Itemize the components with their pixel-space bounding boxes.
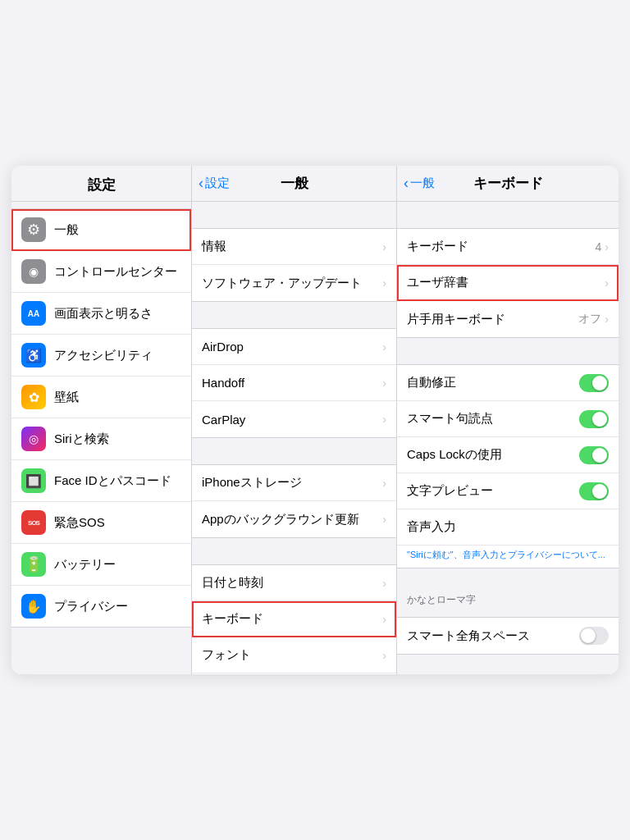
settings-panel-header: 設定 bbox=[11, 166, 191, 202]
spacer-k3 bbox=[397, 568, 619, 588]
keyboard-item-user-dict[interactable]: ユーザ辞書 › bbox=[397, 265, 619, 301]
chevron-icon: › bbox=[605, 240, 609, 253]
settings-item-label-privacy: プライバシー bbox=[54, 599, 181, 614]
sos-icon: SOS bbox=[21, 510, 46, 535]
chevron-icon: › bbox=[605, 276, 609, 290]
general-item-label-iphone-storage: iPhoneストレージ bbox=[202, 475, 382, 491]
caps-lock-toggle[interactable] bbox=[579, 446, 609, 464]
settings-item-label-battery: バッテリー bbox=[54, 557, 181, 573]
kana-roma-section-label: かなとローマ字 bbox=[397, 588, 619, 610]
general-item-fonts[interactable]: フォント › bbox=[192, 637, 396, 673]
settings-item-label-display: 画面表示と明るさ bbox=[54, 306, 181, 322]
general-item-handoff[interactable]: Handoff › bbox=[192, 365, 396, 401]
settings-item-wallpaper[interactable]: ✿ 壁紙 bbox=[11, 377, 191, 418]
keyboard-item-smart-punctuation[interactable]: スマート句読点 bbox=[397, 401, 619, 437]
spacer-k4 bbox=[397, 655, 619, 674]
spacer-k2 bbox=[397, 338, 619, 358]
general-panel: ‹ 設定 一般 情報 › ソフトウェア・アップデート › bbox=[192, 166, 397, 674]
spacer1 bbox=[192, 202, 396, 221]
smart-space-toggle[interactable] bbox=[579, 627, 609, 645]
battery-icon: 🔋 bbox=[21, 552, 46, 577]
chevron-icon: › bbox=[382, 477, 386, 490]
accessibility-icon: ♿ bbox=[21, 343, 46, 368]
general-item-keyboard[interactable]: キーボード › bbox=[192, 601, 396, 637]
back-label: 一般 bbox=[410, 176, 435, 191]
settings-item-privacy[interactable]: ✋ プライバシー bbox=[11, 586, 191, 627]
settings-item-general[interactable]: ⚙ 一般 bbox=[11, 209, 191, 251]
settings-item-faceid[interactable]: 🔲 Face IDとパスコード bbox=[11, 460, 191, 502]
general-title: 一般 bbox=[281, 174, 308, 193]
siri-icon: ◎ bbox=[21, 427, 46, 451]
keyboard-item-char-preview[interactable]: 文字プレビュー bbox=[397, 473, 619, 509]
general-item-software[interactable]: ソフトウェア・アップデート › bbox=[192, 265, 396, 301]
general-item-label-datetime: 日付と時刻 bbox=[202, 575, 382, 591]
keyboard-group-kana: スマート全角スペース bbox=[397, 617, 619, 655]
general-list: 情報 › ソフトウェア・アップデート › AirDrop › Handoff › bbox=[192, 202, 396, 674]
keyboard-item-caps-lock[interactable]: Caps Lockの使用 bbox=[397, 437, 619, 473]
general-item-carplay[interactable]: CarPlay › bbox=[192, 401, 396, 437]
keyboard-item-label-user-dict: ユーザ辞書 bbox=[407, 275, 605, 290]
keyboard-item-one-hand[interactable]: 片手用キーボード オフ › bbox=[397, 301, 619, 337]
auto-correct-toggle[interactable] bbox=[579, 374, 609, 392]
privacy-icon: ✋ bbox=[21, 594, 46, 619]
display-icon: AA bbox=[21, 301, 46, 326]
chevron-icon: › bbox=[382, 577, 386, 590]
general-item-label-keyboard: キーボード bbox=[202, 611, 382, 627]
keyboard-item-label-char-preview: 文字プレビュー bbox=[407, 483, 579, 499]
settings-item-battery[interactable]: 🔋 バッテリー bbox=[11, 544, 191, 586]
back-to-general-button[interactable]: ‹ 一般 bbox=[404, 175, 435, 192]
smart-punctuation-toggle[interactable] bbox=[579, 410, 609, 428]
back-label: 設定 bbox=[205, 176, 230, 191]
settings-item-sos[interactable]: SOS 緊急SOS bbox=[11, 502, 191, 544]
back-chevron-icon: ‹ bbox=[404, 175, 409, 192]
settings-item-label-accessibility: アクセシビリティ bbox=[54, 348, 181, 363]
keyboard-item-smart-space[interactable]: スマート全角スペース bbox=[397, 618, 619, 654]
general-item-airdrop[interactable]: AirDrop › bbox=[192, 329, 396, 365]
general-item-label-carplay: CarPlay bbox=[202, 413, 382, 427]
back-chevron-icon: ‹ bbox=[199, 175, 203, 192]
chevron-icon: › bbox=[382, 276, 386, 290]
keyboard-list: キーボード 4 › ユーザ辞書 › 片手用キーボード オフ › 自動修正 bbox=[397, 202, 619, 674]
general-item-label-software: ソフトウェア・アップデート bbox=[202, 276, 382, 291]
gear-icon: ⚙ bbox=[21, 217, 46, 242]
settings-item-control[interactable]: ◉ コントロールセンター bbox=[11, 251, 191, 293]
keyboard-item-label-keyboards: キーボード bbox=[407, 239, 596, 254]
wallpaper-icon: ✿ bbox=[21, 385, 46, 409]
general-item-language[interactable]: 言語と地域 › bbox=[192, 673, 396, 674]
keyboard-item-keyboards[interactable]: キーボード 4 › bbox=[397, 229, 619, 265]
settings-item-label-siri: Siriと検索 bbox=[54, 431, 181, 447]
spacer-k1 bbox=[397, 202, 619, 221]
keyboard-title: キーボード bbox=[473, 174, 543, 193]
char-preview-toggle[interactable] bbox=[579, 482, 609, 500]
keyboard-item-auto-correct[interactable]: 自動修正 bbox=[397, 365, 619, 401]
keyboard-item-label-smart-punctuation: スマート句読点 bbox=[407, 411, 579, 427]
general-item-info[interactable]: 情報 › bbox=[192, 229, 396, 265]
keyboard-item-label-caps-lock: Caps Lockの使用 bbox=[407, 447, 579, 463]
settings-item-siri[interactable]: ◎ Siriと検索 bbox=[11, 418, 191, 460]
general-item-app-refresh[interactable]: Appのバックグラウンド更新 › bbox=[192, 501, 396, 537]
general-item-label-info: 情報 bbox=[202, 239, 382, 254]
general-item-iphone-storage[interactable]: iPhoneストレージ › bbox=[192, 465, 396, 501]
spacer2 bbox=[192, 302, 396, 322]
settings-item-label-faceid: Face IDとパスコード bbox=[54, 473, 181, 489]
general-item-datetime[interactable]: 日付と時刻 › bbox=[192, 565, 396, 601]
chevron-icon: › bbox=[382, 613, 386, 626]
one-hand-value: オフ bbox=[578, 312, 601, 326]
keyboards-count-value: 4 bbox=[596, 240, 602, 253]
chevron-icon: › bbox=[382, 340, 386, 354]
general-group-1: 情報 › ソフトウェア・アップデート › bbox=[192, 228, 396, 302]
chevron-icon: › bbox=[382, 513, 386, 526]
general-group-3: iPhoneストレージ › Appのバックグラウンド更新 › bbox=[192, 464, 396, 538]
settings-item-display[interactable]: AA 画面表示と明るさ bbox=[11, 293, 191, 335]
keyboard-item-voice-input[interactable]: 音声入力 bbox=[397, 509, 619, 546]
settings-item-label-sos: 緊急SOS bbox=[54, 515, 181, 531]
spacer4 bbox=[192, 538, 396, 558]
siri-privacy-info: "Siriに頼む"、音声入力とプライバシーについて... bbox=[397, 546, 619, 568]
back-to-settings-button[interactable]: ‹ 設定 bbox=[199, 175, 230, 192]
chevron-icon: › bbox=[382, 649, 386, 662]
keyboard-group-top: キーボード 4 › ユーザ辞書 › 片手用キーボード オフ › bbox=[397, 228, 619, 338]
settings-group-main: ⚙ 一般 ◉ コントロールセンター AA 画面表示と明るさ bbox=[11, 208, 191, 628]
keyboard-item-label-one-hand: 片手用キーボード bbox=[407, 312, 578, 327]
settings-item-accessibility[interactable]: ♿ アクセシビリティ bbox=[11, 335, 191, 377]
keyboard-panel-header: ‹ 一般 キーボード bbox=[397, 166, 619, 202]
